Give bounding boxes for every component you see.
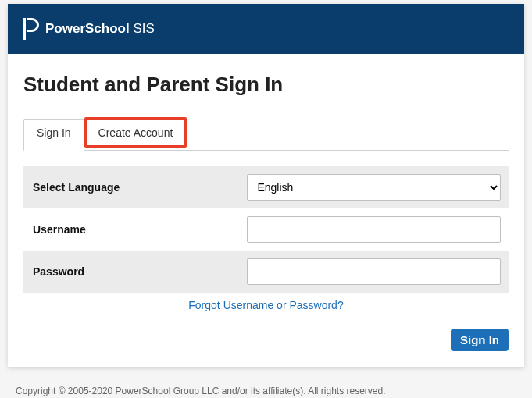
main-card: PowerSchool SIS Student and Parent Sign …	[8, 4, 524, 367]
language-label: Select Language	[31, 181, 247, 194]
brand-prefix: PowerSchool	[45, 21, 130, 36]
footer-copyright: Copyright © 2005-2020 PowerSchool Group …	[16, 382, 516, 398]
signin-button[interactable]: Sign In	[451, 329, 509, 351]
row-username: Username	[23, 208, 509, 251]
password-label: Password	[31, 265, 247, 278]
tab-create-account[interactable]: Create Account	[84, 117, 187, 148]
password-input[interactable]	[247, 258, 501, 285]
signin-form: Select Language English Username Passwor…	[23, 166, 509, 293]
page-title: Student and Parent Sign In	[23, 73, 509, 97]
brand-suffix: SIS	[130, 21, 155, 36]
username-input[interactable]	[247, 216, 501, 243]
language-select[interactable]: English	[247, 174, 501, 201]
forgot-link[interactable]: Forgot Username or Password?	[188, 299, 343, 311]
forgot-wrap: Forgot Username or Password?	[23, 299, 509, 311]
content-area: Student and Parent Sign In Sign In Creat…	[8, 54, 524, 367]
row-password: Password	[23, 251, 509, 293]
row-language: Select Language English	[23, 166, 509, 208]
signin-button-wrap: Sign In	[23, 329, 509, 351]
footer: Copyright © 2005-2020 PowerSchool Group …	[0, 375, 532, 398]
tab-bar: Sign In Create Account	[23, 119, 509, 151]
app-header: PowerSchool SIS	[8, 4, 524, 54]
powerschool-logo-icon	[20, 18, 39, 40]
tab-sign-in[interactable]: Sign In	[23, 119, 84, 151]
brand-name: PowerSchool SIS	[45, 21, 155, 37]
username-label: Username	[31, 223, 247, 236]
